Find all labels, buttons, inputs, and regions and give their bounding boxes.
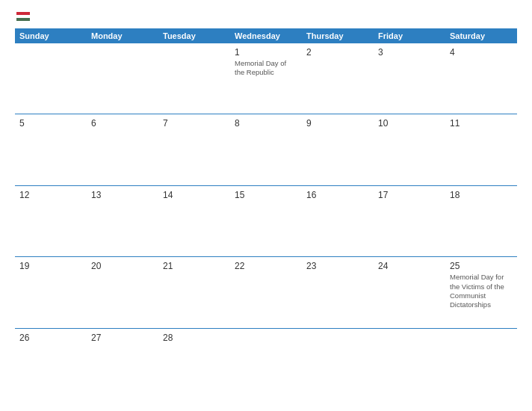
calendar-cell: 11 [445, 114, 517, 185]
calendar-cell: 2 [302, 43, 374, 114]
day-number: 19 [19, 261, 82, 271]
logo-flag-icon [16, 12, 30, 21]
calendar-cell: 19 [15, 257, 87, 327]
day-number: 13 [91, 190, 154, 200]
day-number: 6 [91, 118, 154, 129]
calendar-cell [302, 329, 374, 399]
calendar-week: 19202122232425Memorial Day for the Victi… [15, 257, 517, 328]
calendar-page: SundayMondayTuesdayWednesdayThursdayFrid… [0, 0, 532, 411]
calendar-cell: 9 [302, 114, 374, 185]
calendar-cell [158, 43, 230, 114]
day-number: 25 [450, 261, 513, 271]
day-number: 21 [163, 261, 226, 271]
calendar-cell [374, 329, 445, 399]
day-number: 28 [163, 333, 226, 343]
day-of-week-header: Sunday [15, 28, 87, 43]
day-number: 22 [235, 261, 297, 271]
calendar-cell: 14 [158, 186, 230, 256]
calendar-header: SundayMondayTuesdayWednesdayThursdayFrid… [15, 28, 517, 43]
calendar-cell: 18 [445, 186, 517, 256]
calendar-event: Memorial Day for the Victims of the Comm… [450, 273, 513, 309]
day-number: 5 [19, 118, 82, 129]
calendar-cell [15, 43, 87, 114]
day-number: 12 [19, 190, 82, 200]
calendar-cell [87, 43, 158, 114]
calendar-cell: 4 [445, 43, 517, 114]
day-number: 18 [450, 190, 513, 200]
day-number: 10 [378, 118, 441, 129]
day-number: 8 [235, 118, 297, 129]
calendar-cell: 25Memorial Day for the Victims of the Co… [445, 257, 517, 327]
calendar-cell: 20 [87, 257, 158, 327]
day-of-week-header: Saturday [445, 28, 517, 43]
day-number: 16 [306, 190, 369, 200]
calendar-week: 567891011 [15, 114, 517, 185]
day-number: 15 [235, 190, 297, 200]
calendar-cell: 15 [230, 186, 302, 256]
day-of-week-header: Thursday [302, 28, 374, 43]
calendar-cell [445, 329, 517, 399]
calendar-cell: 12 [15, 186, 87, 256]
day-number: 23 [306, 261, 369, 271]
day-of-week-header: Wednesday [230, 28, 302, 43]
day-number: 17 [378, 190, 441, 200]
calendar-week: 12131415161718 [15, 186, 517, 257]
calendar: SundayMondayTuesdayWednesdayThursdayFrid… [15, 28, 517, 399]
calendar-cell: 23 [302, 257, 374, 327]
day-number: 24 [378, 261, 441, 271]
calendar-cell: 22 [230, 257, 302, 327]
day-of-week-header: Friday [374, 28, 445, 43]
day-number: 1 [235, 47, 297, 58]
calendar-cell: 16 [302, 186, 374, 256]
day-of-week-header: Tuesday [158, 28, 230, 43]
day-number: 7 [163, 118, 226, 129]
calendar-body: 1Memorial Day of the Republic23456789101… [15, 43, 517, 399]
day-number: 4 [450, 47, 513, 58]
calendar-cell: 10 [374, 114, 445, 185]
calendar-cell: 13 [87, 186, 158, 256]
calendar-cell: 26 [15, 329, 87, 399]
header [15, 12, 517, 21]
logo [15, 12, 30, 21]
day-number: 26 [19, 333, 82, 343]
calendar-cell [230, 329, 302, 399]
day-number: 3 [378, 47, 441, 58]
day-number: 20 [91, 261, 154, 271]
calendar-cell: 17 [374, 186, 445, 256]
calendar-cell: 5 [15, 114, 87, 185]
calendar-cell: 27 [87, 329, 158, 399]
calendar-week: 1Memorial Day of the Republic234 [15, 43, 517, 114]
day-number: 9 [306, 118, 369, 129]
day-number: 2 [306, 47, 369, 58]
calendar-cell: 28 [158, 329, 230, 399]
calendar-cell: 3 [374, 43, 445, 114]
calendar-week: 262728 [15, 329, 517, 399]
day-number: 27 [91, 333, 154, 343]
day-of-week-header: Monday [87, 28, 158, 43]
calendar-cell: 6 [87, 114, 158, 185]
calendar-cell: 24 [374, 257, 445, 327]
calendar-cell: 8 [230, 114, 302, 185]
calendar-cell: 7 [158, 114, 230, 185]
calendar-cell: 21 [158, 257, 230, 327]
calendar-event: Memorial Day of the Republic [235, 59, 297, 78]
day-number: 11 [450, 118, 513, 129]
calendar-cell: 1Memorial Day of the Republic [230, 43, 302, 114]
day-number: 14 [163, 190, 226, 200]
